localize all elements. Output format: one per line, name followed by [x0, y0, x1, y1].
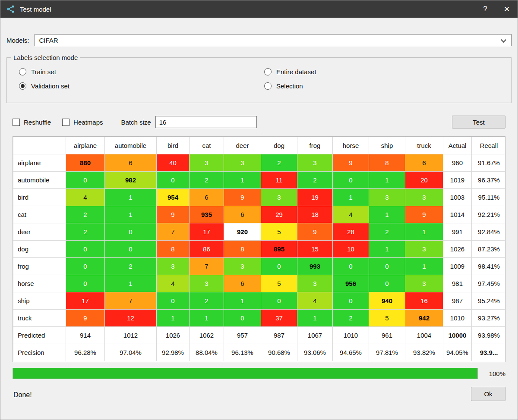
matrix-cell[interactable]: 6: [405, 154, 443, 172]
matrix-cell[interactable]: 3: [297, 275, 333, 292]
matrix-predicted-cell[interactable]: 914: [66, 327, 105, 344]
matrix-cell[interactable]: 9: [66, 310, 105, 327]
matrix-cell[interactable]: 0: [333, 172, 369, 189]
matrix-cell[interactable]: 2: [190, 292, 224, 310]
matrix-col-header[interactable]: deer: [224, 137, 261, 154]
matrix-cell[interactable]: 954: [157, 189, 190, 206]
matrix-actual-cell[interactable]: 987: [443, 292, 472, 310]
matrix-recall-cell[interactable]: 93.27%: [472, 310, 506, 327]
matrix-cell[interactable]: 0: [66, 172, 105, 189]
models-combobox[interactable]: CIFAR: [35, 34, 512, 46]
matrix-col-header[interactable]: bird: [157, 137, 190, 154]
matrix-cell[interactable]: 5: [261, 223, 297, 241]
matrix-cell[interactable]: 18: [297, 206, 333, 223]
matrix-cell[interactable]: 2: [333, 310, 369, 327]
matrix-cell[interactable]: 9: [297, 223, 333, 241]
matrix-actual-cell[interactable]: 1014: [443, 206, 472, 223]
matrix-precision-cell[interactable]: 88.04%: [190, 344, 224, 361]
matrix-cell[interactable]: 0: [66, 258, 105, 275]
matrix-row-header[interactable]: airplane: [13, 154, 66, 172]
matrix-precision-cell[interactable]: 97.04%: [105, 344, 157, 361]
matrix-cell[interactable]: 9: [224, 189, 261, 206]
matrix-overall-precision-cell[interactable]: 93.9...: [472, 344, 506, 361]
matrix-predicted-cell[interactable]: 987: [261, 327, 297, 344]
matrix-cell[interactable]: 2: [66, 206, 105, 223]
test-button[interactable]: Test: [452, 116, 505, 129]
matrix-predicted-cell[interactable]: 957: [224, 327, 261, 344]
matrix-cell[interactable]: 0: [369, 258, 405, 275]
matrix-row-header[interactable]: ship: [13, 292, 66, 310]
matrix-cell[interactable]: 0: [105, 241, 157, 258]
matrix-cell[interactable]: 3: [157, 258, 190, 275]
matrix-cell[interactable]: 2: [105, 258, 157, 275]
matrix-recall-cell[interactable]: 95.24%: [472, 292, 506, 310]
matrix-cell[interactable]: 0: [105, 223, 157, 241]
matrix-recall-cell[interactable]: 97.45%: [472, 275, 506, 292]
matrix-actual-cell[interactable]: 1003: [443, 189, 472, 206]
matrix-cell[interactable]: 15: [297, 241, 333, 258]
matrix-cell[interactable]: 0: [333, 258, 369, 275]
reshuffle-checkbox[interactable]: Reshuffle: [13, 119, 51, 126]
matrix-recall-cell[interactable]: 92.84%: [472, 223, 506, 241]
matrix-cell[interactable]: 19: [297, 189, 333, 206]
matrix-cell[interactable]: 2: [261, 154, 297, 172]
matrix-cell[interactable]: 1: [105, 275, 157, 292]
matrix-cell[interactable]: 3: [405, 241, 443, 258]
matrix-row-header[interactable]: frog: [13, 258, 66, 275]
matrix-cell[interactable]: 29: [261, 206, 297, 223]
matrix-precision-cell[interactable]: 93.82%: [405, 344, 443, 361]
matrix-cell[interactable]: 8: [224, 241, 261, 258]
matrix-cell[interactable]: 942: [405, 310, 443, 327]
matrix-cell[interactable]: 7: [157, 223, 190, 241]
matrix-cell[interactable]: 9: [333, 154, 369, 172]
matrix-row-header[interactable]: horse: [13, 275, 66, 292]
matrix-col-header[interactable]: ship: [369, 137, 405, 154]
matrix-actual-cell[interactable]: 1010: [443, 310, 472, 327]
matrix-precision-cell[interactable]: 96.28%: [66, 344, 105, 361]
radio-validation-set[interactable]: Validation set: [19, 82, 264, 90]
matrix-predicted-cell[interactable]: 1026: [157, 327, 190, 344]
matrix-cell[interactable]: 1: [297, 310, 333, 327]
radio-selection[interactable]: Selection: [264, 82, 511, 90]
matrix-cell[interactable]: 940: [369, 292, 405, 310]
matrix-cell[interactable]: 1: [224, 292, 261, 310]
matrix-cell[interactable]: 1: [157, 310, 190, 327]
matrix-precision-cell[interactable]: 96.13%: [224, 344, 261, 361]
matrix-cell[interactable]: 2: [66, 223, 105, 241]
radio-entire-dataset[interactable]: Entire dataset: [264, 68, 511, 75]
matrix-cell[interactable]: 4: [333, 206, 369, 223]
matrix-cell[interactable]: 3: [190, 275, 224, 292]
ok-button[interactable]: Ok: [471, 387, 505, 401]
matrix-cell[interactable]: 2: [297, 172, 333, 189]
matrix-cell[interactable]: 17: [66, 292, 105, 310]
matrix-cell[interactable]: 8: [157, 241, 190, 258]
matrix-actual-cell[interactable]: 991: [443, 223, 472, 241]
title-bar[interactable]: Test model ? ✕: [0, 0, 518, 18]
matrix-recall-cell[interactable]: 96.37%: [472, 172, 506, 189]
matrix-precision-cell[interactable]: 97.81%: [369, 344, 405, 361]
help-button[interactable]: ?: [474, 0, 496, 18]
matrix-cell[interactable]: 1: [333, 189, 369, 206]
matrix-cell[interactable]: 0: [224, 310, 261, 327]
matrix-row-header[interactable]: dog: [13, 241, 66, 258]
matrix-cell[interactable]: 12: [105, 310, 157, 327]
matrix-cell[interactable]: 0: [66, 275, 105, 292]
matrix-accuracy-cell[interactable]: 94.05%: [443, 344, 472, 361]
matrix-col-header[interactable]: horse: [333, 137, 369, 154]
matrix-cell[interactable]: 40: [157, 154, 190, 172]
matrix-cell[interactable]: 16: [405, 292, 443, 310]
batch-size-input[interactable]: [155, 116, 257, 128]
matrix-cell[interactable]: 0: [369, 275, 405, 292]
matrix-row-header[interactable]: truck: [13, 310, 66, 327]
matrix-cell[interactable]: 880: [66, 154, 105, 172]
matrix-recall-cell[interactable]: 98.41%: [472, 258, 506, 275]
matrix-predicted-cell[interactable]: 961: [369, 327, 405, 344]
matrix-recall-cell[interactable]: 91.67%: [472, 154, 506, 172]
matrix-cell[interactable]: 3: [369, 189, 405, 206]
matrix-cell[interactable]: 0: [333, 292, 369, 310]
matrix-cell[interactable]: 0: [157, 292, 190, 310]
matrix-row-header[interactable]: automobile: [13, 172, 66, 189]
matrix-cell[interactable]: 0: [66, 241, 105, 258]
matrix-col-header[interactable]: frog: [297, 137, 333, 154]
matrix-col-header[interactable]: cat: [190, 137, 224, 154]
